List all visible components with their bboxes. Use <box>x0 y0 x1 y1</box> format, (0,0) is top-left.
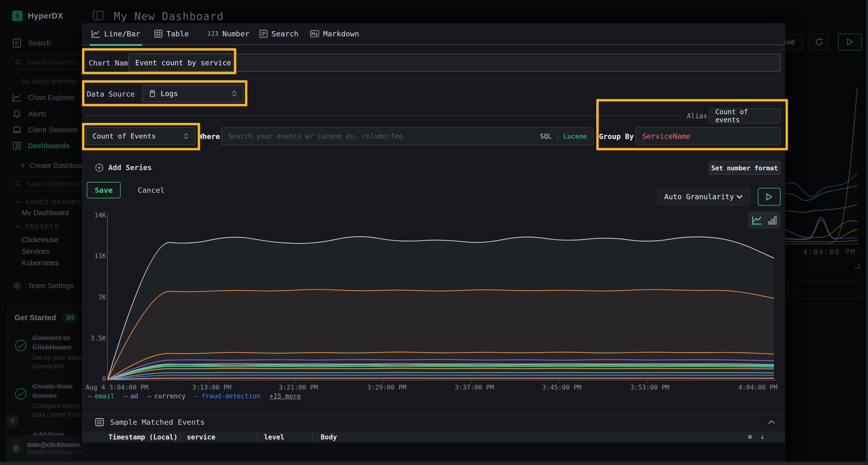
main-chart[interactable] <box>107 214 774 380</box>
run-query-button[interactable] <box>758 188 780 205</box>
markdown-icon <box>310 30 319 37</box>
bar-chart-icon <box>768 215 777 225</box>
x-tick <box>559 380 559 383</box>
sample-events-table-header: Timestamp (Local) service level Body ≡ ↓ <box>82 431 785 442</box>
sql-mode-button[interactable]: SQL <box>540 133 552 140</box>
line-chart-icon <box>92 30 100 38</box>
legend-item[interactable]: — email <box>88 392 115 400</box>
divider <box>82 415 785 416</box>
vertical-scrollbar[interactable] <box>866 0 868 465</box>
cancel-button[interactable]: Cancel <box>135 182 167 198</box>
collapse-chevron-icon[interactable] <box>768 420 775 424</box>
column-header[interactable]: Body <box>321 433 337 441</box>
divider <box>86 79 781 80</box>
row-density-icon[interactable]: ≡ <box>748 433 752 441</box>
tab-table[interactable]: Table <box>154 23 189 44</box>
x-axis <box>107 380 776 380</box>
y-tick-label: 11K <box>84 252 106 260</box>
column-header[interactable]: service <box>187 433 215 441</box>
tab-search[interactable]: Search <box>259 23 299 44</box>
x-tick-label: 4:04:00 PM <box>738 384 778 391</box>
save-button[interactable]: Save <box>87 182 121 198</box>
legend-dash: — <box>88 392 92 400</box>
legend-dash: — <box>124 392 128 400</box>
horizontal-scrollbar[interactable] <box>0 462 868 465</box>
table-icon <box>154 30 162 38</box>
download-icon[interactable]: ↓ <box>760 433 764 441</box>
play-icon <box>766 193 773 201</box>
tab-number[interactable]: 123 Number <box>207 23 249 44</box>
x-tick <box>471 380 472 383</box>
y-tick-label: 0 <box>84 375 106 383</box>
legend-dash: — <box>195 392 199 400</box>
line-chart-icon <box>752 215 763 225</box>
y-tick-label: 14K <box>84 211 106 219</box>
column-separator[interactable] <box>180 432 180 441</box>
x-tick-label: 3:29:00 PM <box>367 384 406 391</box>
x-tick <box>208 380 209 383</box>
tab-markdown[interactable]: Markdown <box>310 23 359 44</box>
y-tick-label: 3.5K <box>84 334 106 342</box>
x-tick <box>296 380 296 383</box>
annotation-box-aggregation <box>82 123 200 150</box>
add-series-button[interactable]: Add Series <box>95 163 152 172</box>
column-header[interactable]: level <box>264 433 284 441</box>
number-123-icon: 123 <box>207 30 218 37</box>
where-label: Where <box>198 132 220 141</box>
x-tick-label: 3:21:00 PM <box>279 384 318 391</box>
divider <box>86 154 781 155</box>
x-tick <box>647 380 647 383</box>
chart-display-toggle[interactable] <box>748 211 781 229</box>
granularity-select[interactable]: Auto Granularity <box>657 188 750 205</box>
y-tick-label: 7K <box>84 294 106 301</box>
column-separator[interactable] <box>257 432 257 441</box>
x-tick-label: 3:53:00 PM <box>630 384 670 391</box>
chevron-down-icon <box>736 195 743 199</box>
legend-item[interactable]: — currency <box>147 392 185 400</box>
sample-events-header[interactable]: Sample Matched Events <box>95 418 205 427</box>
legend-item[interactable]: — ad <box>124 392 138 400</box>
tab-line-bar[interactable]: Line/Bar <box>92 23 140 44</box>
legend-more-link[interactable]: +15 more <box>270 392 301 400</box>
list-doc-icon <box>259 30 268 38</box>
legend-item[interactable]: — fraud-detection <box>195 392 260 400</box>
x-tick-label: 3:13:00 PM <box>192 384 231 391</box>
series-divider <box>86 115 684 116</box>
annotation-box-group-by <box>596 99 788 150</box>
x-tick <box>383 380 384 383</box>
lucene-mode-button[interactable]: Lucene <box>563 133 587 140</box>
set-number-format-button[interactable]: Set number format <box>709 161 780 175</box>
mode-separator: | <box>556 133 559 140</box>
annotation-box-chart-name <box>82 48 236 74</box>
x-tick-label: Aug 4 3:04:00 PM <box>86 384 148 391</box>
where-placeholder: Search your events w/ Lucene ex. column:… <box>228 132 403 140</box>
x-tick-label: 3:37:00 PM <box>455 384 494 391</box>
chart-legend: — email — ad — currency — fraud-detectio… <box>88 392 301 400</box>
plus-circle-icon <box>95 164 103 172</box>
column-separator[interactable] <box>312 432 313 441</box>
chart-type-tabbar: Line/Bar Table 123 Number Search Markdow… <box>82 23 785 45</box>
where-input[interactable]: Search your events w/ Lucene ex. column:… <box>221 127 594 145</box>
x-tick-label: 3:45:00 PM <box>542 384 582 391</box>
annotation-box-data-source <box>82 80 247 106</box>
list-icon <box>95 418 104 426</box>
legend-dash: — <box>147 392 151 400</box>
column-header[interactable]: Timestamp (Local) <box>108 433 178 441</box>
